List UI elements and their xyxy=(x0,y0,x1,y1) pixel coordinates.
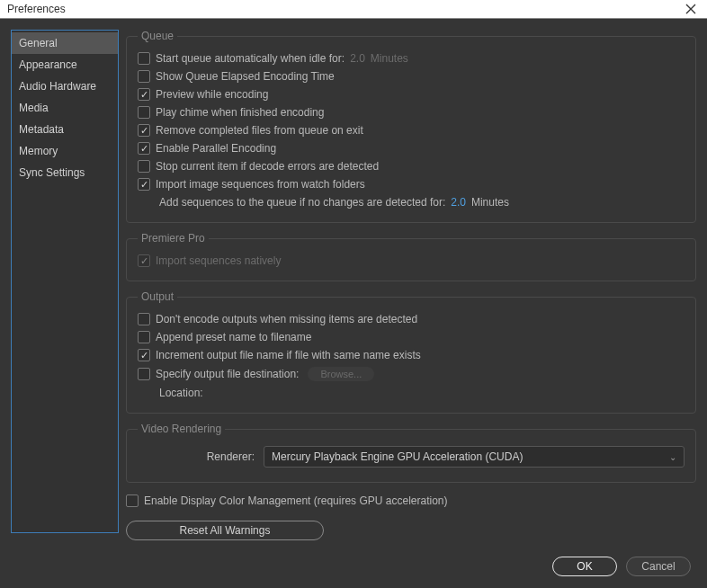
sidebar: General Appearance Audio Hardware Media … xyxy=(11,30,119,533)
sidebar-item-label: General xyxy=(19,37,58,49)
add-seq-label: Add sequences to the queue if no changes… xyxy=(159,196,445,209)
parallel-checkbox[interactable] xyxy=(138,142,150,155)
append-preset-label: Append preset name to filename xyxy=(156,331,311,343)
renderer-label: Renderer: xyxy=(138,450,255,463)
import-native-checkbox xyxy=(138,254,150,267)
main-panel: Queue Start queue automatically when idl… xyxy=(126,30,696,540)
sidebar-item-memory[interactable]: Memory xyxy=(12,140,118,162)
cancel-button[interactable]: Cancel xyxy=(626,557,691,576)
dont-encode-missing-checkbox[interactable] xyxy=(138,313,150,325)
start-idle-label: Start queue automatically when idle for: xyxy=(156,52,345,65)
stop-errors-checkbox[interactable] xyxy=(138,160,150,173)
remove-completed-checkbox[interactable] xyxy=(138,124,150,137)
import-watch-checkbox[interactable] xyxy=(138,178,150,191)
dialog-body: General Appearance Audio Hardware Media … xyxy=(0,19,707,551)
chime-checkbox[interactable] xyxy=(138,106,150,119)
queue-legend: Queue xyxy=(138,30,177,42)
ok-button[interactable]: OK xyxy=(552,557,617,576)
close-button[interactable] xyxy=(682,0,700,18)
increment-checkbox[interactable] xyxy=(138,349,150,361)
chevron-down-icon: ⌄ xyxy=(669,452,676,462)
sidebar-item-label: Appearance xyxy=(19,58,77,71)
renderer-value: Mercury Playback Engine GPU Acceleration… xyxy=(272,450,523,463)
specify-dest-checkbox[interactable] xyxy=(138,368,150,380)
import-native-label: Import sequences natively xyxy=(156,254,281,267)
show-elapsed-checkbox[interactable] xyxy=(138,70,150,83)
append-preset-checkbox[interactable] xyxy=(138,331,150,343)
add-seq-unit: Minutes xyxy=(471,196,509,209)
dialog-footer: OK Cancel xyxy=(0,551,707,588)
sidebar-item-label: Metadata xyxy=(19,123,64,136)
reset-warnings-button[interactable]: Reset All Warnings xyxy=(126,521,324,540)
stop-errors-label: Stop current item if decode errors are d… xyxy=(156,160,379,173)
show-elapsed-label: Show Queue Elapsed Encoding Time xyxy=(156,70,335,83)
reset-warnings-label: Reset All Warnings xyxy=(180,524,271,537)
sidebar-item-label: Audio Hardware xyxy=(19,80,96,93)
preview-label: Preview while encoding xyxy=(156,88,268,101)
cancel-label: Cancel xyxy=(641,560,675,573)
location-label: Location: xyxy=(159,387,203,399)
titlebar: Preferences xyxy=(0,0,707,19)
sidebar-item-appearance[interactable]: Appearance xyxy=(12,54,118,76)
start-idle-unit: Minutes xyxy=(371,52,408,65)
add-seq-value[interactable]: 2.0 xyxy=(451,196,466,209)
window-title: Preferences xyxy=(7,3,66,15)
start-idle-checkbox[interactable] xyxy=(138,52,150,65)
sidebar-item-sync-settings[interactable]: Sync Settings xyxy=(12,162,118,183)
dont-encode-missing-label: Don't encode outputs when missing items … xyxy=(156,313,417,325)
preview-checkbox[interactable] xyxy=(138,88,150,101)
import-watch-label: Import image sequences from watch folder… xyxy=(156,178,365,191)
sidebar-item-metadata[interactable]: Metadata xyxy=(12,119,118,140)
sidebar-item-label: Media xyxy=(19,102,49,114)
browse-button[interactable]: Browse... xyxy=(308,367,374,381)
sidebar-item-label: Sync Settings xyxy=(19,166,85,179)
preferences-dialog: Preferences General Appearance Audio Har… xyxy=(0,0,707,588)
premiere-legend: Premiere Pro xyxy=(138,232,209,245)
output-group: Output Don't encode outputs when missing… xyxy=(126,290,696,414)
premiere-group: Premiere Pro Import sequences natively xyxy=(126,232,696,281)
specify-dest-label: Specify output file destination: xyxy=(156,368,299,380)
output-legend: Output xyxy=(138,290,177,303)
video-rendering-legend: Video Rendering xyxy=(138,423,225,435)
remove-completed-label: Remove completed files from queue on exi… xyxy=(156,124,363,137)
sidebar-item-label: Memory xyxy=(19,145,58,157)
color-mgmt-label: Enable Display Color Management (require… xyxy=(144,494,448,507)
close-icon xyxy=(685,4,696,14)
renderer-select[interactable]: Mercury Playback Engine GPU Acceleration… xyxy=(264,446,685,468)
start-idle-value[interactable]: 2.0 xyxy=(350,52,365,65)
color-mgmt-checkbox[interactable] xyxy=(126,494,139,507)
parallel-label: Enable Parallel Encoding xyxy=(156,142,276,155)
chime-label: Play chime when finished encoding xyxy=(156,106,324,119)
ok-label: OK xyxy=(577,560,592,573)
sidebar-item-media[interactable]: Media xyxy=(12,97,118,119)
sidebar-item-audio-hardware[interactable]: Audio Hardware xyxy=(12,76,118,97)
sidebar-item-general[interactable]: General xyxy=(12,32,118,54)
increment-label: Increment output file name if file with … xyxy=(156,349,421,361)
queue-group: Queue Start queue automatically when idl… xyxy=(126,30,696,223)
video-rendering-group: Video Rendering Renderer: Mercury Playba… xyxy=(126,423,696,483)
